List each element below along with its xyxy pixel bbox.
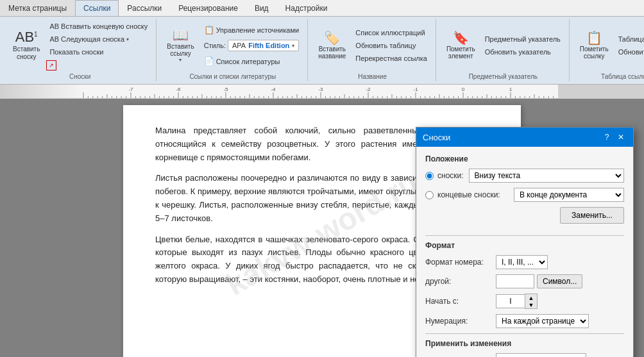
footnote-position-select[interactable]: Внизу текста	[469, 169, 624, 183]
ruler: -7-6-5-4-3-2-101	[0, 85, 644, 99]
style-arrow: ▾	[292, 43, 294, 49]
footnotes-small-btns: AB Вставить концевую сноску AB Следующая…	[46, 21, 151, 71]
illustration-list-button[interactable]: Список иллюстраций	[352, 27, 430, 38]
insert-endnote-button[interactable]: AB Вставить концевую сноску	[46, 21, 151, 32]
footnotes-dialog-launcher[interactable]: ↗	[46, 60, 56, 71]
custom-mark-label: другой:	[425, 277, 496, 286]
illustration-list-label: Список иллюстраций	[355, 29, 425, 37]
ribbon-content: AB1 Вставитьсноску AB Вставить концевую …	[0, 17, 644, 84]
endnote-radio[interactable]	[425, 191, 434, 199]
position-section-label: Положение	[425, 154, 624, 163]
table-citations-content: 📋 Пометитьссылку Таблица ссылок Обновить…	[576, 21, 644, 71]
insert-footnote-big-button[interactable]: AB1 Вставитьсноску	[9, 28, 44, 63]
dialog-launcher-icon: ↗	[49, 62, 54, 69]
ribbon-group-index: 🔖 Пометитьэлемент Предметный указатель О…	[437, 19, 570, 81]
insert-footnote-big-label: Вставитьсноску	[13, 46, 40, 61]
cross-reference-button[interactable]: Перекрестная ссылка	[352, 53, 430, 64]
start-spinner: ▲ ▼	[496, 294, 624, 309]
citation-arrow: ▾	[179, 57, 182, 63]
index-group-content: 🔖 Пометитьэлемент Предметный указатель О…	[443, 21, 564, 71]
mark-element-label: Пометитьэлемент	[446, 46, 475, 60]
dialog-help-button[interactable]: ?	[601, 131, 613, 143]
ribbon-group-table-citations: 📋 Пометитьссылку Таблица ссылок Обновить…	[571, 19, 644, 81]
show-footnotes-button[interactable]: Показать сноски	[46, 46, 151, 58]
next-footnote-icon: AB	[49, 35, 59, 43]
footnote-radio[interactable]	[425, 172, 434, 180]
footnote-radio-label[interactable]: сноски:	[425, 171, 464, 180]
dialog-close-button[interactable]: ✕	[615, 131, 627, 143]
style-label: Стиль:	[204, 42, 226, 49]
update-table-label: Обновить таблицу	[355, 42, 416, 49]
endnote-radio-text: концевые сноски:	[437, 190, 500, 199]
svg-text:-7: -7	[128, 87, 133, 92]
svg-text:1: 1	[509, 87, 513, 92]
spinner-down[interactable]: ▼	[525, 301, 537, 308]
insert-caption-label: Вставитьназвание	[318, 46, 346, 60]
apply-to-value: ко всему документу	[496, 353, 624, 357]
next-footnote-button[interactable]: AB Следующая сноска ▾	[46, 33, 151, 45]
manage-sources-button[interactable]: 📋 Управление источниками	[201, 23, 303, 37]
dialog-title: Сноски	[423, 133, 450, 142]
tab-page-mark[interactable]: Метка страницы	[0, 0, 75, 16]
endnote-position-select[interactable]: В конце документа	[514, 188, 624, 202]
mark-element-button[interactable]: 🔖 Пометитьэлемент	[443, 29, 479, 62]
endnote-radio-row: концевые сноски: В конце документа	[425, 188, 624, 202]
update-citation-button[interactable]: Обновить табл.	[615, 46, 644, 58]
start-input[interactable]	[496, 294, 525, 308]
footnote-radio-row: сноски: Внизу текста	[425, 169, 624, 183]
ribbon-group-footnotes: AB1 Вставитьсноску AB Вставить концевую …	[4, 19, 157, 81]
apply-to-select[interactable]: ко всему документу	[496, 353, 586, 357]
convert-button[interactable]: Заменить...	[560, 207, 624, 224]
cross-reference-label: Перекрестная ссылка	[355, 54, 427, 62]
insert-endnote-label: Вставить концевую сноску	[61, 22, 148, 30]
citation-table-button[interactable]: Таблица ссылок	[615, 33, 644, 45]
apa-label: APA	[232, 42, 246, 49]
custom-mark-value: Символ...	[496, 274, 624, 288]
numbering-value: На каждой странице	[496, 314, 624, 328]
tab-view[interactable]: Вид	[246, 0, 277, 16]
svg-text:0: 0	[462, 87, 465, 92]
bibliography-button[interactable]: 📄 Список литературы	[201, 54, 303, 68]
subject-index-button[interactable]: Предметный указатель	[482, 33, 564, 45]
update-table-button[interactable]: Обновить таблицу	[352, 40, 430, 51]
caption-icon: 🏷️	[324, 31, 340, 44]
number-format-value: I, II, III, ...	[496, 255, 624, 269]
index-small-btns: Предметный указатель Обновить указатель	[482, 33, 564, 58]
ribbon-group-citations: 📖 Вставитьссылку ▾ 📋 Управление источник…	[158, 19, 308, 81]
tab-mailings[interactable]: Рассылки	[119, 0, 170, 16]
number-format-label: Формат номера:	[425, 258, 496, 267]
tab-addins[interactable]: Надстройки	[277, 0, 336, 16]
footnote-radio-text: сноски:	[437, 171, 464, 180]
spinner-up[interactable]: ▲	[525, 294, 537, 301]
insert-citation-button[interactable]: 📖 Вставитьссылку ▾	[163, 26, 198, 65]
dialog-titlebar-buttons: ? ✕	[601, 131, 627, 143]
footnote-big-icon: AB1	[15, 30, 38, 44]
tab-review[interactable]: Рецензирование	[170, 0, 246, 16]
ruler-inner: -7-6-5-4-3-2-101	[0, 85, 644, 98]
format-section-label: Формат	[425, 241, 624, 250]
spinner-buttons: ▲ ▼	[525, 294, 538, 309]
dialog-body: Положение сноски: Внизу текста концевые …	[416, 147, 633, 357]
apa-edition-label: Fifth Edition	[248, 42, 289, 49]
tab-references[interactable]: Ссылки	[75, 0, 119, 16]
mark-citation-button[interactable]: 📋 Пометитьссылку	[576, 29, 613, 62]
apply-to-row: Применить: ко всему документу	[425, 353, 624, 357]
index-group-label: Предметный указатель	[469, 71, 538, 80]
number-format-row: Формат номера: I, II, III, ...	[425, 255, 624, 269]
apa-style-selector[interactable]: APA Fifth Edition ▾	[228, 40, 299, 51]
style-button[interactable]: Стиль: APA Fifth Edition ▾	[201, 38, 303, 53]
ribbon-tabs: Метка страницы Ссылки Рассылки Рецензиро…	[0, 0, 644, 17]
bibliography-icon: 📄	[204, 56, 214, 66]
custom-mark-row: другой: Символ...	[425, 274, 624, 288]
custom-mark-input[interactable]	[496, 274, 534, 288]
symbol-button[interactable]: Символ...	[537, 274, 582, 288]
update-index-button[interactable]: Обновить указатель	[482, 46, 564, 58]
citations-group-label: Ссылки и списки литературы	[189, 71, 276, 80]
endnote-radio-label[interactable]: концевые сноски:	[425, 190, 509, 199]
numbering-select[interactable]: На каждой странице	[496, 314, 589, 328]
footnotes-dialog[interactable]: Сноски ? ✕ Положение сноски: Внизу текст…	[416, 127, 634, 357]
number-format-select[interactable]: I, II, III, ...	[496, 255, 548, 269]
svg-text:-3: -3	[318, 87, 323, 92]
insert-caption-button[interactable]: 🏷️ Вставитьназвание	[314, 29, 350, 62]
table-citations-small-btns: Таблица ссылок Обновить табл.	[615, 33, 644, 58]
